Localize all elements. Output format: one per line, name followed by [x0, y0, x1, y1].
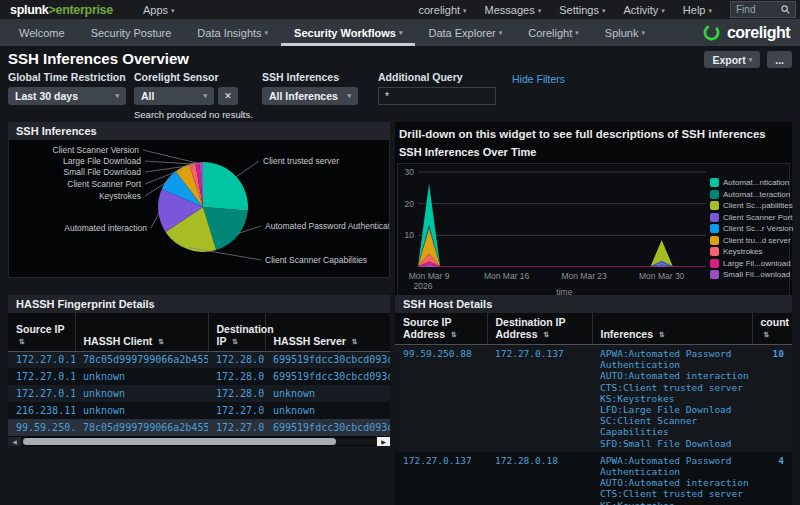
caret-down-icon: ▾: [265, 29, 269, 37]
hide-filters-link[interactable]: Hide Filters: [512, 73, 565, 85]
time-range-dropdown[interactable]: Last 30 days▾: [8, 87, 126, 105]
nav-item-security-posture[interactable]: Security Posture: [78, 19, 185, 46]
col-header-destination-ip-address[interactable]: Destination IP Address ⇅: [487, 313, 592, 345]
legend-item[interactable]: Large Fil...ownload: [710, 259, 789, 268]
pie-slice-label: Client Scanner Capabilities: [265, 255, 367, 265]
table-row[interactable]: 172.27.0.137 172.28.0.18 APWA:Automated …: [395, 452, 792, 505]
close-icon: ✕: [224, 91, 232, 101]
table-row[interactable]: 172.27.0.13778c05d999799066a2b4554ce7b15…: [8, 351, 390, 368]
additional-query-input[interactable]: *: [378, 87, 496, 105]
pie-slice-label: Large File Download: [63, 156, 141, 166]
legend-label: Client Sc...r Version: [723, 224, 793, 233]
col-header-source-ip-address[interactable]: Source IP Address ⇅: [395, 313, 487, 345]
legend-item[interactable]: Small Fil...ownload: [710, 270, 789, 279]
sort-icon: ⇅: [543, 331, 549, 338]
nav-item-welcome[interactable]: Welcome: [6, 19, 78, 46]
search-icon: [781, 5, 790, 14]
nav-item-data-insights[interactable]: Data Insights▾: [184, 19, 281, 46]
nav-item-splunk[interactable]: Splunk▾: [592, 19, 658, 46]
sort-icon: ⇅: [659, 331, 665, 338]
help-menu[interactable]: Help▾: [683, 4, 712, 16]
scrollbar-thumb[interactable]: [23, 438, 336, 445]
user-menu[interactable]: corelight▾: [418, 4, 466, 16]
overtime-panel: Drill-down on this widget to see full de…: [395, 122, 792, 298]
caret-down-icon: ▾: [399, 29, 403, 37]
sort-icon: ⇅: [19, 338, 25, 345]
inferences-dropdown[interactable]: All Inferences▾: [262, 87, 358, 105]
caret-down-icon: ▾: [641, 29, 645, 37]
col-header-destination-ip[interactable]: Destination IP ⇅: [208, 313, 265, 351]
caret-down-icon: ▾: [602, 7, 606, 14]
legend-swatch: [710, 178, 719, 187]
sensor-filter-label: Corelight Sensor: [134, 71, 254, 83]
sort-icon: ⇅: [352, 338, 358, 345]
col-header-hassh-server[interactable]: HASSH Server ⇅: [265, 313, 390, 351]
nav-item-security-workflows[interactable]: Security Workflows▾: [281, 19, 415, 46]
splunk-dashboard: splunk>enterprise Apps▾ corelight▾ Messa…: [0, 0, 800, 505]
splunk-logo[interactable]: splunk>enterprise: [10, 3, 113, 17]
scroll-left-button[interactable]: ◀: [8, 437, 21, 446]
svg-text:2026: 2026: [414, 281, 433, 291]
legend-item[interactable]: Keystrokes: [710, 247, 789, 256]
drilldown-note: Drill-down on this widget to see full de…: [395, 122, 792, 145]
table-row[interactable]: 216.238.114.32unknown172.27.0.137unknown: [8, 402, 390, 419]
apps-menu[interactable]: Apps▾: [143, 4, 175, 16]
ssh-inferences-over-time-chart[interactable]: 102030Mon Mar 92026Mon Mar 16Mon Mar 23M…: [397, 163, 790, 298]
svg-text:10: 10: [405, 230, 415, 240]
legend-label: Client Sc...pabilities: [723, 201, 793, 210]
svg-text:30: 30: [405, 167, 415, 177]
ssh-inferences-panel: SSH Inferences Client trusted serverAuto…: [8, 122, 390, 278]
ssh-inferences-pie-chart[interactable]: Client trusted serverAutomated Password …: [8, 140, 390, 278]
legend-item[interactable]: Client Sc...pabilities: [710, 201, 789, 210]
sensor-search-message: Search produced no results.: [134, 109, 254, 120]
scroll-right-button[interactable]: ▶: [377, 437, 390, 446]
table-row[interactable]: 99.59.250.8878c05d999799066a2b4554ce7b15…: [8, 419, 390, 436]
table-row[interactable]: 172.27.0.137unknown172.28.0.18699519fdcc…: [8, 368, 390, 385]
col-header-source-ip[interactable]: Source IP ⇅: [8, 313, 75, 351]
legend-swatch: [710, 224, 719, 233]
messages-menu[interactable]: Messages▾: [485, 4, 542, 16]
pie-slice-label: Keystrokes: [99, 191, 141, 201]
settings-menu[interactable]: Settings▾: [559, 4, 605, 16]
legend-item[interactable]: Automat...teraction: [710, 190, 789, 199]
legend-label: Automat...teraction: [723, 190, 790, 199]
legend-item[interactable]: Automat...ntication: [710, 178, 789, 187]
svg-text:Mon Mar 30: Mon Mar 30: [639, 271, 685, 281]
pie-slice-label: Small File Download: [64, 167, 142, 177]
caret-down-icon: ▾: [347, 92, 351, 100]
table-row[interactable]: 99.59.250.88 172.27.0.137 APWA:Automated…: [395, 345, 792, 452]
legend-label: Small Fil...ownload: [723, 270, 790, 279]
clear-sensor-button[interactable]: ✕: [218, 87, 238, 105]
nav-item-data-explorer[interactable]: Data Explorer▾: [415, 19, 515, 46]
table-row[interactable]: 172.27.0.137unknown172.28.0.18unknown: [8, 385, 390, 402]
caret-down-icon: ▾: [499, 29, 503, 37]
pie-slice-label: Automated Password Authentication: [265, 221, 389, 231]
legend-item[interactable]: Client Sc...r Version: [710, 224, 789, 233]
ssh-inferences-panel-title: SSH Inferences: [8, 122, 390, 140]
nav-item-corelight[interactable]: Corelight▾: [515, 19, 592, 46]
page-title: SSH Inferences Overview: [8, 50, 189, 67]
horizontal-scrollbar[interactable]: ◀ ▶: [8, 437, 390, 446]
svg-text:20: 20: [405, 199, 415, 209]
chart-legend: Automat...nticationAutomat...teractionCl…: [710, 164, 789, 297]
svg-text:Mon Mar 9: Mon Mar 9: [409, 271, 450, 281]
sensor-dropdown[interactable]: All▾: [134, 87, 214, 105]
app-nav-bar: Welcome Security Posture Data Insights▾ …: [0, 19, 800, 46]
hassh-table: Source IP ⇅ HASSH Client ⇅ Destination I…: [8, 313, 390, 436]
legend-label: Client tru...d server: [723, 236, 791, 245]
more-actions-button[interactable]: ...: [767, 51, 792, 68]
pie-slice-label: Automated interaction: [64, 223, 147, 233]
activity-menu[interactable]: Activity▾: [624, 4, 665, 16]
col-header-hassh-client[interactable]: HASSH Client ⇅: [75, 313, 208, 351]
inferences-filter-label: SSH Inferences: [262, 71, 370, 83]
find-search-input[interactable]: Find: [730, 1, 796, 18]
col-header-inferences[interactable]: Inferences ⇅: [592, 313, 752, 345]
col-header-count[interactable]: count ⇅: [752, 313, 792, 345]
top-bar: splunk>enterprise Apps▾ corelight▾ Messa…: [0, 0, 800, 19]
legend-swatch: [710, 270, 719, 279]
caret-down-icon: ▾: [538, 7, 542, 14]
sort-icon: ⇅: [232, 338, 238, 345]
legend-item[interactable]: Client tru...d server: [710, 236, 789, 245]
legend-item[interactable]: Client Scanner Port: [710, 213, 789, 222]
export-button[interactable]: Export▾: [704, 51, 760, 68]
